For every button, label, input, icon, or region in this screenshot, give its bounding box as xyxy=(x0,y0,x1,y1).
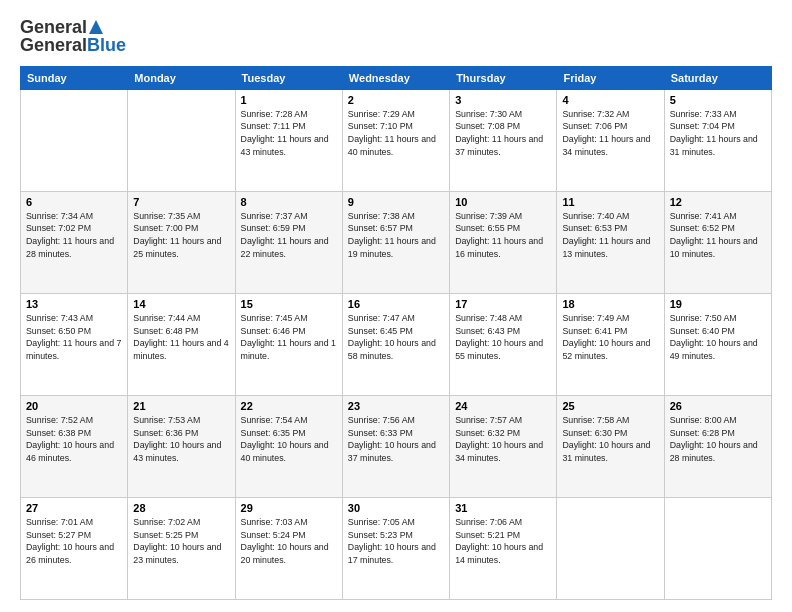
calendar-cell: 3Sunrise: 7:30 AMSunset: 7:08 PMDaylight… xyxy=(450,89,557,191)
calendar-cell: 28Sunrise: 7:02 AMSunset: 5:25 PMDayligh… xyxy=(128,497,235,599)
day-number: 5 xyxy=(670,94,766,106)
day-number: 6 xyxy=(26,196,122,208)
day-number: 27 xyxy=(26,502,122,514)
calendar-cell: 1Sunrise: 7:28 AMSunset: 7:11 PMDaylight… xyxy=(235,89,342,191)
day-info: Sunrise: 7:40 AMSunset: 6:53 PMDaylight:… xyxy=(562,210,658,261)
day-number: 17 xyxy=(455,298,551,310)
day-info: Sunrise: 7:28 AMSunset: 7:11 PMDaylight:… xyxy=(241,108,337,159)
calendar-table: SundayMondayTuesdayWednesdayThursdayFrid… xyxy=(20,66,772,600)
calendar-header-row: SundayMondayTuesdayWednesdayThursdayFrid… xyxy=(21,66,772,89)
day-info: Sunrise: 7:54 AMSunset: 6:35 PMDaylight:… xyxy=(241,414,337,465)
day-number: 20 xyxy=(26,400,122,412)
day-number: 13 xyxy=(26,298,122,310)
day-info: Sunrise: 7:02 AMSunset: 5:25 PMDaylight:… xyxy=(133,516,229,567)
calendar-week-row: 27Sunrise: 7:01 AMSunset: 5:27 PMDayligh… xyxy=(21,497,772,599)
calendar-cell xyxy=(128,89,235,191)
day-info: Sunrise: 7:56 AMSunset: 6:33 PMDaylight:… xyxy=(348,414,444,465)
weekday-header: Saturday xyxy=(664,66,771,89)
day-number: 2 xyxy=(348,94,444,106)
calendar-cell: 11Sunrise: 7:40 AMSunset: 6:53 PMDayligh… xyxy=(557,191,664,293)
calendar-cell: 19Sunrise: 7:50 AMSunset: 6:40 PMDayligh… xyxy=(664,293,771,395)
header: General GeneralBlue xyxy=(20,18,772,56)
day-info: Sunrise: 7:41 AMSunset: 6:52 PMDaylight:… xyxy=(670,210,766,261)
day-number: 12 xyxy=(670,196,766,208)
day-info: Sunrise: 7:45 AMSunset: 6:46 PMDaylight:… xyxy=(241,312,337,363)
day-info: Sunrise: 7:38 AMSunset: 6:57 PMDaylight:… xyxy=(348,210,444,261)
logo-blue-text: Blue xyxy=(87,35,126,55)
calendar-cell: 24Sunrise: 7:57 AMSunset: 6:32 PMDayligh… xyxy=(450,395,557,497)
day-number: 30 xyxy=(348,502,444,514)
calendar-cell: 23Sunrise: 7:56 AMSunset: 6:33 PMDayligh… xyxy=(342,395,449,497)
day-number: 3 xyxy=(455,94,551,106)
day-info: Sunrise: 7:50 AMSunset: 6:40 PMDaylight:… xyxy=(670,312,766,363)
calendar-cell: 9Sunrise: 7:38 AMSunset: 6:57 PMDaylight… xyxy=(342,191,449,293)
day-info: Sunrise: 7:01 AMSunset: 5:27 PMDaylight:… xyxy=(26,516,122,567)
logo: General GeneralBlue xyxy=(20,18,126,56)
calendar-cell: 5Sunrise: 7:33 AMSunset: 7:04 PMDaylight… xyxy=(664,89,771,191)
calendar-week-row: 1Sunrise: 7:28 AMSunset: 7:11 PMDaylight… xyxy=(21,89,772,191)
calendar-cell: 22Sunrise: 7:54 AMSunset: 6:35 PMDayligh… xyxy=(235,395,342,497)
weekday-header: Thursday xyxy=(450,66,557,89)
day-info: Sunrise: 7:43 AMSunset: 6:50 PMDaylight:… xyxy=(26,312,122,363)
day-number: 16 xyxy=(348,298,444,310)
calendar-cell: 14Sunrise: 7:44 AMSunset: 6:48 PMDayligh… xyxy=(128,293,235,395)
day-info: Sunrise: 7:49 AMSunset: 6:41 PMDaylight:… xyxy=(562,312,658,363)
day-info: Sunrise: 7:03 AMSunset: 5:24 PMDaylight:… xyxy=(241,516,337,567)
day-info: Sunrise: 7:32 AMSunset: 7:06 PMDaylight:… xyxy=(562,108,658,159)
calendar-cell: 20Sunrise: 7:52 AMSunset: 6:38 PMDayligh… xyxy=(21,395,128,497)
logo-triangle-icon xyxy=(89,19,103,35)
calendar-week-row: 20Sunrise: 7:52 AMSunset: 6:38 PMDayligh… xyxy=(21,395,772,497)
calendar-cell: 13Sunrise: 7:43 AMSunset: 6:50 PMDayligh… xyxy=(21,293,128,395)
day-info: Sunrise: 7:06 AMSunset: 5:21 PMDaylight:… xyxy=(455,516,551,567)
calendar-cell: 7Sunrise: 7:35 AMSunset: 7:00 PMDaylight… xyxy=(128,191,235,293)
day-number: 4 xyxy=(562,94,658,106)
weekday-header: Sunday xyxy=(21,66,128,89)
day-info: Sunrise: 7:37 AMSunset: 6:59 PMDaylight:… xyxy=(241,210,337,261)
day-info: Sunrise: 7:30 AMSunset: 7:08 PMDaylight:… xyxy=(455,108,551,159)
day-number: 7 xyxy=(133,196,229,208)
logo-general-text: General xyxy=(20,35,87,55)
day-info: Sunrise: 7:44 AMSunset: 6:48 PMDaylight:… xyxy=(133,312,229,363)
day-number: 8 xyxy=(241,196,337,208)
calendar-cell: 29Sunrise: 7:03 AMSunset: 5:24 PMDayligh… xyxy=(235,497,342,599)
calendar-cell: 26Sunrise: 8:00 AMSunset: 6:28 PMDayligh… xyxy=(664,395,771,497)
calendar-cell xyxy=(557,497,664,599)
calendar-cell xyxy=(664,497,771,599)
day-info: Sunrise: 7:48 AMSunset: 6:43 PMDaylight:… xyxy=(455,312,551,363)
day-number: 22 xyxy=(241,400,337,412)
calendar-cell: 12Sunrise: 7:41 AMSunset: 6:52 PMDayligh… xyxy=(664,191,771,293)
weekday-header: Friday xyxy=(557,66,664,89)
day-info: Sunrise: 7:52 AMSunset: 6:38 PMDaylight:… xyxy=(26,414,122,465)
day-info: Sunrise: 7:47 AMSunset: 6:45 PMDaylight:… xyxy=(348,312,444,363)
calendar-week-row: 13Sunrise: 7:43 AMSunset: 6:50 PMDayligh… xyxy=(21,293,772,395)
day-info: Sunrise: 7:34 AMSunset: 7:02 PMDaylight:… xyxy=(26,210,122,261)
day-info: Sunrise: 7:57 AMSunset: 6:32 PMDaylight:… xyxy=(455,414,551,465)
day-number: 29 xyxy=(241,502,337,514)
calendar-cell: 27Sunrise: 7:01 AMSunset: 5:27 PMDayligh… xyxy=(21,497,128,599)
calendar-cell: 8Sunrise: 7:37 AMSunset: 6:59 PMDaylight… xyxy=(235,191,342,293)
page: General GeneralBlue SundayMondayTuesdayW… xyxy=(0,0,792,612)
calendar-cell: 2Sunrise: 7:29 AMSunset: 7:10 PMDaylight… xyxy=(342,89,449,191)
day-number: 14 xyxy=(133,298,229,310)
weekday-header: Wednesday xyxy=(342,66,449,89)
day-number: 26 xyxy=(670,400,766,412)
day-info: Sunrise: 7:35 AMSunset: 7:00 PMDaylight:… xyxy=(133,210,229,261)
day-info: Sunrise: 7:53 AMSunset: 6:36 PMDaylight:… xyxy=(133,414,229,465)
day-info: Sunrise: 7:39 AMSunset: 6:55 PMDaylight:… xyxy=(455,210,551,261)
day-info: Sunrise: 7:58 AMSunset: 6:30 PMDaylight:… xyxy=(562,414,658,465)
calendar-cell: 10Sunrise: 7:39 AMSunset: 6:55 PMDayligh… xyxy=(450,191,557,293)
weekday-header: Monday xyxy=(128,66,235,89)
day-number: 19 xyxy=(670,298,766,310)
calendar-cell: 18Sunrise: 7:49 AMSunset: 6:41 PMDayligh… xyxy=(557,293,664,395)
day-info: Sunrise: 7:33 AMSunset: 7:04 PMDaylight:… xyxy=(670,108,766,159)
day-number: 24 xyxy=(455,400,551,412)
day-number: 18 xyxy=(562,298,658,310)
calendar-cell: 30Sunrise: 7:05 AMSunset: 5:23 PMDayligh… xyxy=(342,497,449,599)
day-info: Sunrise: 7:29 AMSunset: 7:10 PMDaylight:… xyxy=(348,108,444,159)
day-number: 9 xyxy=(348,196,444,208)
calendar-cell: 16Sunrise: 7:47 AMSunset: 6:45 PMDayligh… xyxy=(342,293,449,395)
calendar-cell: 15Sunrise: 7:45 AMSunset: 6:46 PMDayligh… xyxy=(235,293,342,395)
calendar-cell: 31Sunrise: 7:06 AMSunset: 5:21 PMDayligh… xyxy=(450,497,557,599)
calendar-cell: 25Sunrise: 7:58 AMSunset: 6:30 PMDayligh… xyxy=(557,395,664,497)
day-number: 25 xyxy=(562,400,658,412)
